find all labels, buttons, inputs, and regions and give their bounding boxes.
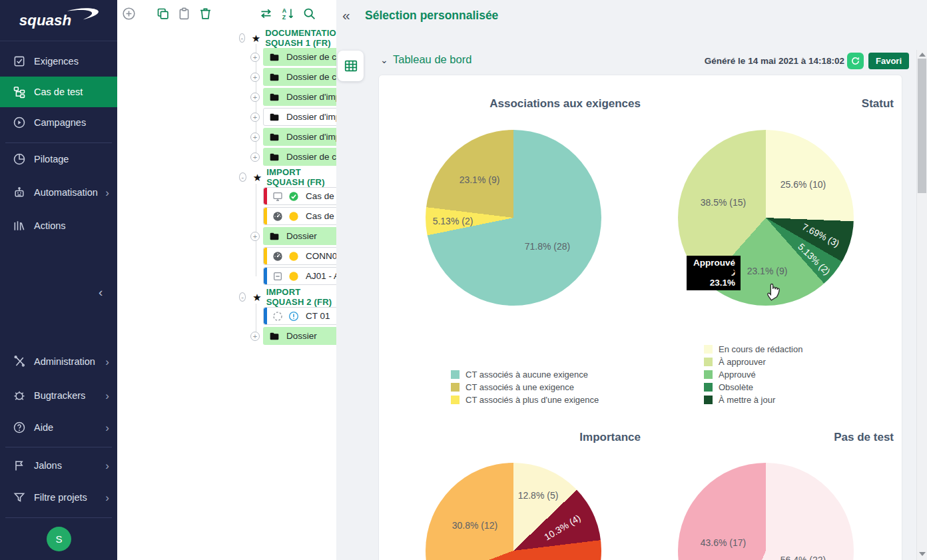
- legend-label: Obsolète: [719, 382, 753, 392]
- dashboard-title[interactable]: Tableau de bord: [393, 53, 471, 66]
- sidebar-item-administration[interactable]: Administration ›: [0, 346, 117, 377]
- refresh-button[interactable]: [847, 53, 864, 69]
- sidebar-item-exigences[interactable]: Exigences: [0, 46, 117, 77]
- legend-swatch: [704, 345, 713, 354]
- sidebar-item-actions[interactable]: Actions: [0, 210, 117, 241]
- sidebar-item-label: Exigences: [34, 56, 79, 67]
- tree-project[interactable]: - ★ IMPORT SQUASH (FR): [239, 170, 336, 184]
- collapse-expander-icon[interactable]: -: [239, 172, 246, 182]
- add-circle-icon[interactable]: [122, 7, 136, 21]
- sidebar-item-bugtrackers[interactable]: Bugtrackers ›: [0, 380, 117, 411]
- sidebar-item-label: Jalons: [34, 460, 62, 471]
- pie-slice-label: 38.5% (15): [683, 197, 763, 208]
- star-icon: ★: [252, 33, 260, 43]
- sidebar-item-label: Campagnes: [34, 117, 86, 128]
- paste-icon[interactable]: [177, 7, 191, 21]
- importance-bar: [264, 268, 267, 284]
- grid-drawer-tab[interactable]: [338, 51, 364, 81]
- legend-statut: En cours de rédaction À approuver Approu…: [704, 343, 802, 406]
- legend-label: CT associés à une exigence: [465, 382, 574, 392]
- tools-icon: [13, 355, 26, 368]
- chart-title-pas-de-test: Pas de test: [653, 431, 894, 444]
- expand-icon[interactable]: +: [250, 53, 260, 62]
- folder-label: Dossier: [286, 231, 317, 241]
- squash-logo[interactable]: squash: [0, 0, 117, 41]
- gauge-icon: [272, 211, 283, 222]
- status-dot-yellow-icon: [288, 251, 299, 262]
- sort-icon[interactable]: AZ: [281, 7, 295, 21]
- folder-icon: [269, 52, 280, 63]
- legend-swatch: [451, 383, 460, 392]
- expand-icon[interactable]: +: [250, 152, 260, 162]
- importance-bar: [264, 248, 267, 264]
- sidebar-item-cas-de-test[interactable]: Cas de test: [0, 77, 117, 107]
- chevron-down-icon[interactable]: ⌄: [380, 55, 388, 65]
- reporting-icon: [13, 152, 26, 166]
- campaigns-icon: [13, 116, 26, 129]
- legend-label: Approuvé: [719, 370, 756, 380]
- expand-icon[interactable]: +: [250, 133, 260, 142]
- legend-item[interactable]: À mettre à jour: [704, 394, 802, 406]
- svg-text:A: A: [282, 7, 287, 14]
- sidebar-item-campagnes[interactable]: Campagnes: [0, 107, 117, 138]
- check-circle-icon: [288, 191, 299, 202]
- legend-swatch: [704, 383, 713, 392]
- legend-item[interactable]: En cours de rédaction: [704, 343, 802, 356]
- collapse-panel-icon[interactable]: «: [342, 7, 350, 23]
- favorite-button[interactable]: Favori: [868, 53, 909, 69]
- sidebar-item-aide[interactable]: Aide ›: [0, 412, 117, 443]
- pie-slice-label: 12.8% (5): [498, 490, 578, 501]
- sidebar-item-label: Cas de test: [34, 87, 83, 97]
- project-label: IMPORT SQUASH 2 (FR): [266, 287, 336, 307]
- user-avatar[interactable]: S: [47, 527, 71, 551]
- sidebar-item-jalons[interactable]: Jalons ›: [0, 450, 117, 481]
- scrollbar-thumb[interactable]: [918, 59, 926, 193]
- expand-icon[interactable]: +: [250, 332, 260, 341]
- tooltip-percent: 23.1%: [693, 278, 735, 288]
- scrollbar-down-icon[interactable]: [919, 552, 926, 556]
- expand-icon[interactable]: +: [250, 93, 260, 102]
- sidebar-collapse-icon[interactable]: ‹: [99, 285, 103, 300]
- legend-item[interactable]: À approuver: [704, 356, 802, 368]
- legend-item[interactable]: Obsolète: [704, 381, 802, 394]
- bug-icon: [13, 389, 26, 402]
- star-icon: ★: [252, 292, 261, 302]
- trash-icon[interactable]: [198, 7, 212, 21]
- legend-item[interactable]: CT associés à plus d'une exigence: [451, 394, 599, 406]
- generated-timestamp: Généré le 14 mai 2021 à 14:18:02: [666, 56, 844, 66]
- legend-item[interactable]: CT associés à aucune exigence: [451, 368, 599, 381]
- pie-slice-label: 30.8% (12): [435, 520, 515, 531]
- sidebar-item-label: Pilotage: [34, 154, 69, 164]
- sidebar-item-filtre-projets[interactable]: Filtre projets ›: [0, 482, 117, 513]
- sidebar: squash Exigences Cas de test Campagnes P…: [0, 0, 117, 560]
- swap-icon[interactable]: [259, 7, 273, 21]
- status-dot-yellow-icon: [288, 211, 299, 222]
- tree-project[interactable]: - ★ DOCUMENTATION SQUASH 1 (FR): [239, 31, 346, 45]
- legend-item[interactable]: Approuvé: [704, 368, 802, 381]
- chart-title-statut: Statut: [653, 97, 894, 111]
- expand-icon[interactable]: +: [250, 73, 260, 82]
- requirements-icon: [13, 55, 26, 68]
- pie-slice-label: 23.1% (9): [440, 174, 519, 185]
- collapse-expander-icon[interactable]: -: [239, 292, 246, 302]
- expand-icon[interactable]: +: [250, 113, 260, 122]
- pie-slice-label: 25.6% (10): [763, 179, 843, 190]
- search-icon[interactable]: [302, 7, 316, 21]
- expand-icon[interactable]: +: [250, 232, 260, 241]
- sidebar-item-automatisation[interactable]: Automatisation ›: [0, 177, 117, 208]
- folder-icon: [269, 152, 280, 162]
- collapse-expander-icon[interactable]: -: [239, 33, 245, 43]
- legend-item[interactable]: CT associés à une exigence: [451, 381, 599, 394]
- legend-associations: CT associés à aucune exigence CT associé…: [451, 368, 599, 406]
- legend-label: À mettre à jour: [719, 395, 775, 405]
- tree-project[interactable]: - ★ IMPORT SQUASH 2 (FR): [239, 290, 336, 304]
- page-title: Sélection personnalisée: [365, 9, 498, 23]
- pie-slice-label: 5.13% (2): [413, 216, 493, 226]
- legend-swatch: [451, 370, 460, 379]
- pie-slice-label: 43.6% (17): [683, 537, 763, 548]
- pie-slice-label: 71.8% (28): [507, 241, 587, 252]
- copy-icon[interactable]: [156, 7, 170, 21]
- sidebar-item-pilotage[interactable]: Pilotage: [0, 144, 117, 174]
- library-icon: [13, 219, 26, 232]
- scrollbar-up-icon[interactable]: [919, 53, 926, 57]
